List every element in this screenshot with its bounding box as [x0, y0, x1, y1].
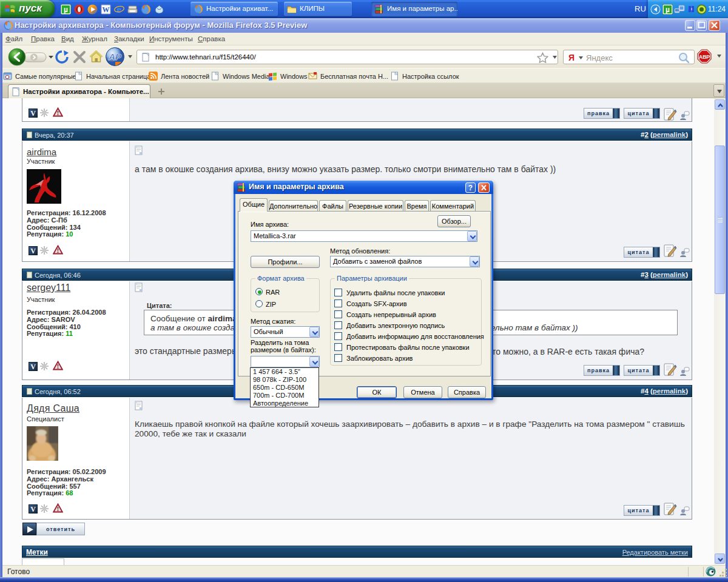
svg-text:?: ? — [468, 184, 473, 192]
svg-text:!: ! — [57, 506, 59, 512]
svg-text:!: ! — [57, 110, 59, 116]
svg-text:!: ! — [57, 247, 59, 254]
svg-text:!: ! — [57, 363, 59, 370]
svg-text:µ: µ — [64, 5, 68, 14]
svg-text:AP: AP — [108, 52, 122, 62]
svg-text:e: e — [116, 4, 121, 15]
svg-text:µ: µ — [666, 5, 670, 14]
svg-text:W: W — [103, 5, 110, 14]
svg-text:ABP: ABP — [699, 54, 710, 60]
